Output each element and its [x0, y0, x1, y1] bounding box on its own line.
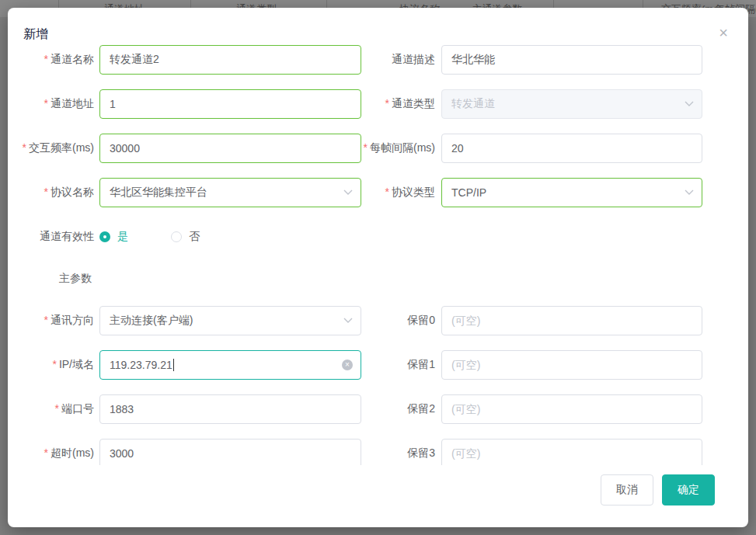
reserve1-label: 保留1 [407, 358, 435, 370]
chevron-down-icon [685, 101, 694, 107]
field-reserve2: 保留2 [361, 394, 702, 425]
channel-type-label: 通道类型 [392, 97, 435, 109]
field-port: *端口号 [16, 394, 361, 425]
interact-freq-label: 交互频率(ms) [29, 141, 94, 154]
cancel-button[interactable]: 取消 [601, 474, 653, 505]
port-input[interactable] [99, 394, 361, 424]
required-mark: * [55, 402, 59, 415]
chevron-down-icon [685, 189, 694, 196]
reserve2-input[interactable] [441, 394, 702, 424]
field-protocol-type: *协议类型 TCP/IP [361, 177, 702, 208]
protocol-name-select[interactable]: 华北区华能集控平台 [99, 178, 361, 207]
field-frame-interval: *每帧间隔(ms) [361, 133, 702, 164]
interact-freq-input[interactable] [99, 134, 361, 163]
channel-desc-input[interactable] [441, 45, 702, 75]
radio-yes-label: 是 [117, 230, 128, 244]
field-reserve1: 保留1 [361, 349, 702, 380]
field-channel-desc: 通道描述 [361, 44, 702, 75]
ip-domain-label: IP/域名 [59, 358, 94, 370]
field-reserve3: 保留3 [361, 438, 702, 465]
close-icon[interactable]: × [719, 25, 728, 40]
text-cursor [173, 359, 174, 371]
timeout-input[interactable] [99, 439, 361, 465]
channel-name-label: 通道名称 [51, 53, 94, 65]
field-channel-name: *通道名称 [16, 44, 361, 75]
radio-option-yes[interactable]: 是 [99, 230, 128, 244]
form-row: *IP/域名 119.23.79.21 × 保留1 [16, 349, 722, 380]
channel-name-input[interactable] [99, 45, 361, 75]
form-row: *通讯方向 主动连接(客户端) 保留0 [16, 305, 722, 336]
clear-icon[interactable]: × [342, 360, 353, 370]
required-mark: * [23, 141, 26, 154]
chevron-down-icon [343, 189, 353, 196]
reserve1-input[interactable] [441, 350, 702, 380]
comm-direction-select[interactable]: 主动连接(客户端) [99, 306, 361, 335]
timeout-label: 超时(ms) [51, 446, 94, 459]
field-protocol-name: *协议名称 华北区华能集控平台 [16, 177, 361, 208]
form-row: *通道名称 通道描述 [16, 44, 722, 75]
protocol-type-value: TCP/IP [451, 186, 486, 199]
form-row: *交互频率(ms) *每帧间隔(ms) [16, 133, 722, 164]
main-params-section-title: 主参数 [59, 272, 92, 286]
dialog-footer: 取消 确定 [8, 465, 748, 527]
port-label: 端口号 [61, 402, 94, 415]
chevron-down-icon [343, 318, 353, 324]
dialog-header: 新增 × [8, 8, 748, 39]
form-row: *超时(ms) 保留3 [16, 438, 722, 465]
reserve2-label: 保留2 [407, 402, 435, 415]
add-new-dialog: 新增 × *通道名称 通道描述 *通道地址 *通道类型 [8, 8, 748, 527]
channel-type-select[interactable]: 转发通道 [441, 89, 702, 119]
reserve3-input[interactable] [441, 439, 702, 465]
field-channel-type: *通道类型 转发通道 [361, 89, 702, 120]
protocol-name-value: 华北区华能集控平台 [110, 186, 207, 200]
channel-address-label: 通道地址 [51, 97, 94, 109]
protocol-type-label: 协议类型 [392, 186, 435, 198]
section-row: 主参数 [16, 266, 722, 292]
radio-no-label: 否 [189, 230, 200, 244]
channel-type-value: 转发通道 [451, 97, 495, 111]
reserve0-label: 保留0 [407, 314, 435, 326]
required-mark: * [385, 186, 389, 198]
radio-option-no[interactable]: 否 [171, 230, 200, 244]
field-ip-domain: *IP/域名 119.23.79.21 × [16, 349, 361, 380]
field-interact-freq: *交互频率(ms) [16, 133, 361, 164]
form-row: *协议名称 华北区华能集控平台 *协议类型 TCP/IP [16, 177, 722, 208]
channel-address-input[interactable] [99, 89, 361, 119]
required-mark: * [44, 314, 48, 326]
ip-domain-value: 119.23.79.21 [110, 359, 172, 371]
comm-direction-label: 通讯方向 [51, 314, 94, 326]
channel-desc-label: 通道描述 [392, 53, 435, 65]
required-mark: * [44, 446, 48, 459]
field-comm-direction: *通讯方向 主动连接(客户端) [16, 305, 361, 336]
field-reserve0: 保留0 [361, 305, 702, 336]
comm-direction-value: 主动连接(客户端) [110, 314, 193, 328]
required-mark: * [385, 97, 389, 109]
channel-validity-label: 通道有效性 [40, 230, 94, 242]
field-timeout: *超时(ms) [16, 438, 361, 465]
form-row: *通道地址 *通道类型 转发通道 [16, 89, 722, 120]
protocol-name-label: 协议名称 [51, 186, 94, 198]
dialog-body: *通道名称 通道描述 *通道地址 *通道类型 转发通道 [8, 39, 748, 465]
reserve3-label: 保留3 [407, 446, 435, 459]
field-channel-address: *通道地址 [16, 89, 361, 120]
confirm-button[interactable]: 确定 [662, 474, 715, 505]
required-mark: * [364, 141, 368, 154]
field-channel-validity: 通道有效性 是 否 [16, 221, 722, 252]
required-mark: * [44, 97, 48, 109]
ip-domain-input[interactable]: 119.23.79.21 × [99, 350, 361, 380]
required-mark: * [44, 53, 48, 65]
radio-selected-icon [99, 231, 110, 242]
required-mark: * [44, 186, 48, 198]
frame-interval-input[interactable] [441, 134, 702, 163]
reserve0-input[interactable] [441, 306, 702, 335]
required-mark: * [52, 358, 56, 370]
protocol-type-select[interactable]: TCP/IP [441, 178, 702, 207]
frame-interval-label: 每帧间隔(ms) [370, 141, 435, 154]
radio-unselected-icon [171, 231, 182, 242]
form-row: *端口号 保留2 [16, 394, 722, 425]
